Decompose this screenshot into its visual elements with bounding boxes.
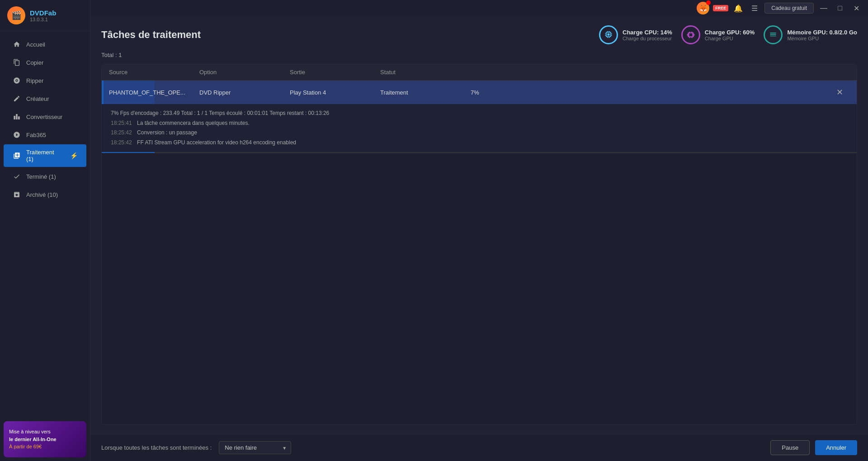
notifications-icon[interactable]: 🔔 (732, 2, 745, 14)
stats-bar: Charge CPU: 14% Charge du processeur Cha… (599, 25, 857, 44)
gpu-stat: Charge GPU: 60% Charge GPU (681, 25, 755, 44)
home-icon (13, 40, 21, 48)
sidebar-item-createur[interactable]: Créateur (4, 90, 86, 107)
task-close-button[interactable]: ✕ (833, 86, 846, 99)
close-button[interactable]: ✕ (850, 2, 863, 14)
fab-icon (13, 131, 21, 139)
free-badge: FREE (713, 5, 728, 11)
task-sortie: Play Station 4 (290, 89, 380, 96)
app-logo: 🎬 DVDFab 13.0.3.1 (0, 0, 90, 31)
logo-icon: 🎬 (7, 6, 25, 24)
page-header: Tâches de traitement Charge CPU: 14% Cha… (101, 25, 857, 44)
sidebar-item-ripper[interactable]: Ripper (4, 72, 86, 89)
content-area: Tâches de traitement Charge CPU: 14% Cha… (90, 16, 868, 434)
gpu-label: Charge GPU: 60% (705, 29, 755, 36)
sidebar-label-createur: Créateur (26, 95, 49, 102)
log-line-2: 18:25:42 FF ATI Stream GPU acceleration … (111, 138, 848, 148)
sidebar-item-convertisseur[interactable]: Convertisseur (4, 108, 86, 125)
gpu-info: Charge GPU: 60% Charge GPU (705, 29, 755, 41)
total-row: Total : 1 (101, 52, 857, 58)
log-line-0: 18:25:41 La tâche commencera dans quelqu… (111, 119, 848, 128)
cpu-info: Charge CPU: 14% Charge du processeur (623, 29, 672, 41)
mem-sublabel: Mémoire GPU (787, 36, 857, 41)
promo-banner[interactable]: Mise à niveau vers le dernier All-In-One… (4, 421, 86, 457)
bottom-bar: Lorsque toutes les tâches sont terminées… (90, 434, 868, 461)
sidebar-item-fab365[interactable]: Fab365 (4, 126, 86, 143)
mem-stat: Mémoire GPU: 0.8/2.0 Go Mémoire GPU (764, 25, 857, 44)
titlebar: 🦊 FREE 🔔 ☰ Cadeau gratuit — □ ✕ (90, 0, 868, 16)
table-header: Source Option Sortie Statut (102, 64, 857, 81)
sidebar-item-accueil[interactable]: Accueil (4, 36, 86, 53)
page-title: Tâches de traitement (101, 29, 201, 41)
col-progress (471, 69, 507, 76)
promo-text: Mise à niveau vers le dernier All-In-One… (9, 428, 57, 451)
sidebar-label-archive: Archivé (10) (26, 191, 58, 198)
sidebar-label-ripper: Ripper (26, 77, 43, 84)
bottom-actions: Pause Annuler (770, 440, 857, 455)
sidebar-item-termine[interactable]: Terminé (1) (4, 168, 86, 185)
lightning-icon: ⚡ (70, 152, 77, 159)
user-avatar[interactable]: 🦊 (697, 2, 709, 14)
gpu-sublabel: Charge GPU (705, 36, 755, 41)
sidebar-label-convertisseur: Convertisseur (26, 114, 62, 120)
log-line-1: 18:25:42 Conversion : un passage (111, 128, 848, 138)
main-area: 🦊 FREE 🔔 ☰ Cadeau gratuit — □ ✕ Tâches d… (90, 0, 868, 461)
col-option: Option (199, 69, 290, 76)
notification-badge (706, 0, 711, 5)
maximize-button[interactable]: □ (834, 2, 846, 14)
col-statut: Statut (380, 69, 471, 76)
convert-icon (13, 113, 21, 121)
sidebar-label-copier: Copier (26, 59, 43, 66)
mem-label: Mémoire GPU: 0.8/2.0 Go (787, 29, 857, 36)
cpu-sublabel: Charge du processeur (623, 36, 672, 41)
col-action (833, 69, 849, 76)
logo-text: DVDFab 13.0.3.1 (30, 9, 56, 22)
col-sortie: Sortie (290, 69, 380, 76)
task-progress: 7% (471, 89, 507, 96)
sidebar-label-accueil: Accueil (26, 41, 45, 48)
minimize-button[interactable]: — (817, 2, 830, 14)
when-done-select[interactable]: Ne rien faire Arrêter Redémarrer Hiberne… (219, 441, 291, 454)
pause-button[interactable]: Pause (770, 440, 810, 455)
sidebar-label-traitement: Traitement (1) (26, 149, 63, 162)
sidebar-label-termine: Terminé (1) (26, 173, 56, 180)
task-statut: Traitement (380, 89, 471, 96)
col-source: Source (109, 69, 199, 76)
table-row: PHANTOM_OF_THE_OPE... DVD Ripper Play St… (102, 81, 857, 104)
sidebar-item-traitement[interactable]: Traitement (1) ⚡ (4, 144, 86, 167)
progress-divider (102, 152, 857, 153)
sidebar-label-fab365: Fab365 (26, 132, 46, 138)
create-icon (13, 95, 21, 103)
archive-icon (13, 190, 21, 199)
sidebar-nav: Accueil Copier Ripper Créateur Convertis… (0, 31, 90, 418)
gpu-circle (681, 25, 700, 44)
task-details: 7% Fps d'encodage : 233.49 Total : 1 / 1… (102, 104, 857, 152)
mem-circle (764, 25, 783, 44)
sidebar-item-copier[interactable]: Copier (4, 54, 86, 71)
task-row-container: PHANTOM_OF_THE_OPE... DVD Ripper Play St… (102, 81, 857, 153)
app-version: 13.0.3.1 (30, 17, 56, 22)
mem-info: Mémoire GPU: 0.8/2.0 Go Mémoire GPU (787, 29, 857, 41)
table-body: PHANTOM_OF_THE_OPE... DVD Ripper Play St… (102, 81, 857, 424)
cpu-stat: Charge CPU: 14% Charge du processeur (599, 25, 672, 44)
traitement-icon (13, 152, 21, 160)
cadeau-button[interactable]: Cadeau gratuit (764, 3, 814, 14)
col-progressbar (507, 69, 833, 76)
progress-detail-line: 7% Fps d'encodage : 233.49 Total : 1 / 1… (111, 109, 848, 119)
app-name: DVDFab (30, 9, 56, 17)
sidebar-item-archive[interactable]: Archivé (10) (4, 186, 86, 203)
hamburger-icon[interactable]: ☰ (748, 2, 761, 14)
copy-icon (13, 58, 21, 67)
sidebar: 🎬 DVDFab 13.0.3.1 Accueil Copier Ripper (0, 0, 90, 461)
task-source: PHANTOM_OF_THE_OPE... (109, 89, 199, 96)
cpu-circle (599, 25, 618, 44)
task-table: Source Option Sortie Statut PHANTOM_OF_T… (101, 64, 857, 425)
when-done-select-wrapper: Ne rien faire Arrêter Redémarrer Hiberne… (219, 441, 291, 454)
cancel-button[interactable]: Annuler (815, 440, 857, 455)
total-label: Total : 1 (101, 52, 122, 58)
termine-icon (13, 172, 21, 181)
disc-icon (13, 76, 21, 85)
task-option: DVD Ripper (199, 89, 290, 96)
cpu-label: Charge CPU: 14% (623, 29, 672, 36)
when-done-label: Lorsque toutes les tâches sont terminées… (101, 444, 212, 451)
